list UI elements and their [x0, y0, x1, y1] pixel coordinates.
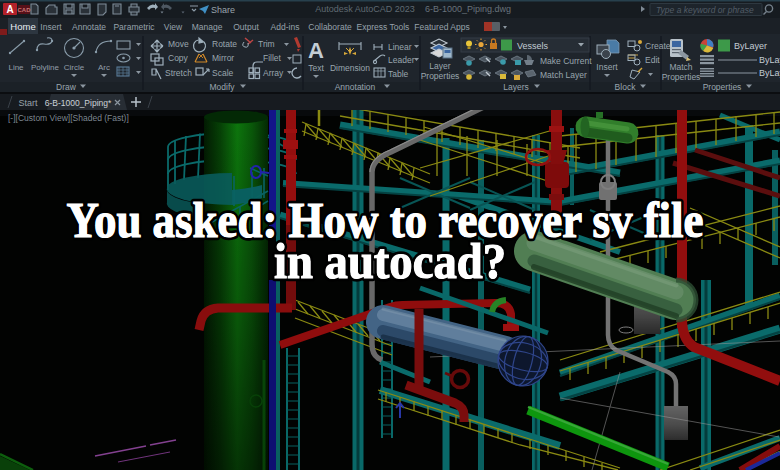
svg-text:ByLayer: ByLayer [734, 41, 767, 51]
svg-text:Parametric: Parametric [113, 22, 155, 32]
svg-text:Array: Array [263, 68, 284, 78]
svg-text:Start: Start [18, 98, 38, 108]
svg-text:Express Tools: Express Tools [357, 22, 410, 32]
svg-text:Insert: Insert [40, 22, 62, 32]
svg-text:Arc: Arc [98, 63, 110, 72]
svg-text:[-][Custom View][Shaded (Fast): [-][Custom View][Shaded (Fast)] [8, 113, 129, 123]
svg-text:Properties: Properties [703, 82, 742, 92]
svg-text:Featured Apps: Featured Apps [414, 22, 469, 32]
svg-text:Match: Match [669, 62, 692, 72]
svg-text:Mirror: Mirror [212, 53, 234, 63]
svg-text:Line: Line [8, 63, 24, 72]
svg-text:Move: Move [168, 39, 189, 49]
svg-text:Trim: Trim [258, 39, 275, 49]
svg-text:Edit: Edit [645, 55, 660, 65]
svg-text:Create: Create [645, 41, 671, 51]
svg-text:A: A [6, 4, 13, 15]
svg-text:Layer: Layer [429, 61, 450, 71]
svg-text:Collaborate: Collaborate [308, 22, 352, 32]
svg-text:A: A [308, 38, 324, 63]
svg-text:Autodesk AutoCAD 2023: Autodesk AutoCAD 2023 [315, 4, 415, 14]
svg-text:Properties: Properties [421, 71, 460, 81]
svg-text:Insert: Insert [596, 62, 618, 72]
svg-text:Block: Block [615, 82, 637, 92]
svg-text:Type a keyword or phrase: Type a keyword or phrase [656, 5, 754, 15]
svg-text:Linear: Linear [388, 42, 412, 52]
svg-text:Leader: Leader [388, 55, 415, 65]
svg-text:Make Current: Make Current [540, 56, 592, 66]
svg-text:Stretch: Stretch [165, 68, 192, 78]
svg-text:Vessels: Vessels [517, 41, 549, 51]
svg-text:Manage: Manage [192, 22, 223, 32]
svg-text:CAD: CAD [18, 7, 32, 13]
svg-text:Annotation: Annotation [335, 82, 376, 92]
svg-text:Copy: Copy [168, 53, 189, 63]
svg-text:Circle: Circle [64, 63, 85, 72]
svg-text:Rotate: Rotate [212, 39, 237, 49]
svg-text:Layers: Layers [503, 82, 529, 92]
svg-text:Modify: Modify [209, 82, 235, 92]
svg-text:ByLay: ByLay [759, 68, 780, 78]
svg-text:in autocad?: in autocad? [274, 233, 506, 289]
svg-text:Annotate: Annotate [72, 22, 106, 32]
svg-text:Fillet: Fillet [263, 53, 282, 63]
svg-text:Share: Share [211, 5, 235, 15]
svg-text:Polyline: Polyline [31, 63, 60, 72]
svg-text:Scale: Scale [212, 68, 234, 78]
svg-text:Add-ins: Add-ins [271, 22, 300, 32]
svg-text:Text: Text [308, 63, 324, 73]
svg-text:6-B-1000_Piping*: 6-B-1000_Piping* [45, 98, 112, 108]
svg-text:Properties: Properties [662, 72, 701, 82]
svg-text:6-B-1000_Piping.dwg: 6-B-1000_Piping.dwg [425, 4, 511, 14]
svg-text:Draw: Draw [56, 82, 77, 92]
svg-text:Home: Home [10, 21, 35, 32]
svg-text:Table: Table [388, 69, 409, 79]
svg-text:Dimension: Dimension [330, 63, 370, 73]
svg-text:ByLay: ByLay [759, 55, 780, 65]
svg-text:Match Layer: Match Layer [540, 70, 587, 80]
svg-text:Output: Output [233, 22, 259, 32]
svg-text:View: View [164, 22, 183, 32]
